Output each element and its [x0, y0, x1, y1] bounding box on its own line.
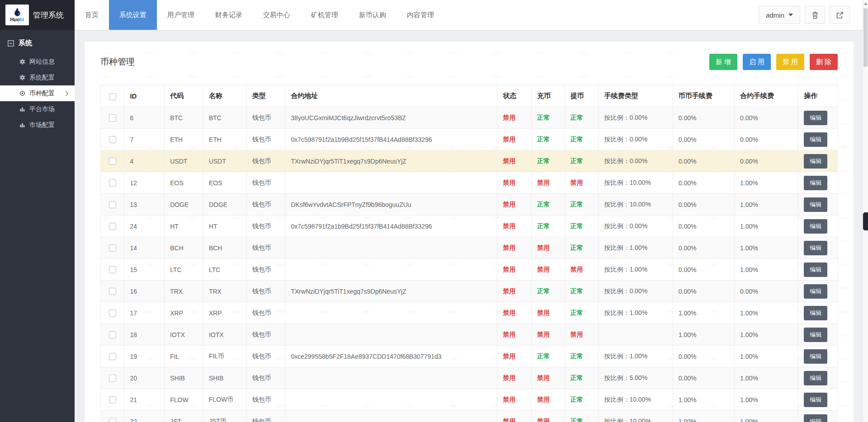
cell-select: [101, 237, 124, 259]
edit-button[interactable]: 编辑: [804, 154, 827, 169]
cell-code: SHIB: [165, 367, 203, 389]
table-row: 20SHIBSHIB钱包币禁用禁用正常按比例：5.00%0.00%1.00%编辑: [101, 367, 838, 389]
scrollbar-thumb[interactable]: [863, 8, 868, 67]
row-checkbox[interactable]: [109, 136, 116, 143]
nav-item-miner-management[interactable]: 矿机管理: [301, 0, 349, 30]
row-checkbox[interactable]: [109, 418, 116, 422]
enable-button[interactable]: 启 用: [743, 54, 771, 70]
edit-button[interactable]: 编辑: [804, 393, 827, 407]
row-checkbox[interactable]: [109, 266, 116, 273]
cell-type: 钱包币: [246, 259, 285, 281]
table-row: 17XRPXRP钱包币禁用禁用正常按比例：1.00%1.00%1.00%编辑: [101, 302, 838, 324]
sidebar-item-platform-market[interactable]: 平台市场: [0, 101, 75, 117]
cell-type: 钱包币: [246, 281, 285, 302]
cell-contract-address: DKsf6wYvdvtACSrFPTnyZf9b96boguuZUu: [285, 194, 497, 216]
cell-coin-fee: 0.00%: [673, 281, 734, 302]
cell-status: 禁用: [497, 237, 532, 259]
col-code: 代码: [165, 85, 203, 107]
topbar-actions: admin: [759, 0, 850, 30]
cell-type: 钱包币: [246, 389, 285, 411]
nav-item-home[interactable]: 首页: [75, 0, 109, 30]
top-navigation: 首页系统设置用户管理财务记录交易中心矿机管理新币认购内容管理: [75, 0, 444, 30]
edit-button[interactable]: 编辑: [804, 111, 827, 125]
cell-select: [101, 194, 124, 216]
sidebar-item-coin-config[interactable]: 币种配置: [0, 85, 75, 101]
logout-button[interactable]: [830, 6, 850, 24]
edit-button[interactable]: 编辑: [804, 241, 827, 255]
cell-actions: 编辑: [798, 389, 838, 411]
cell-contract-fee: 1.00%: [734, 216, 798, 237]
row-checkbox[interactable]: [109, 179, 116, 187]
cell-withdraw: 正常: [565, 389, 599, 411]
row-checkbox[interactable]: [109, 309, 116, 317]
disable-button[interactable]: 禁 用: [776, 54, 804, 70]
nav-item-content-management[interactable]: 内容管理: [396, 0, 444, 30]
edit-button[interactable]: 编辑: [804, 132, 827, 147]
add-button[interactable]: 新 增: [709, 54, 737, 70]
edit-button[interactable]: 编辑: [804, 349, 827, 364]
edit-button[interactable]: 编辑: [804, 219, 827, 234]
row-checkbox[interactable]: [109, 396, 116, 403]
sidebar-group-system[interactable]: 系统: [0, 30, 75, 54]
cell-fee-type: 按比例：1.00%: [599, 346, 673, 367]
cell-fee-type: 按比例：10.00%: [599, 411, 673, 422]
cell-withdraw: 禁用: [565, 172, 599, 194]
row-checkbox[interactable]: [109, 244, 116, 252]
row-checkbox[interactable]: [109, 223, 116, 230]
nav-item-user-management[interactable]: 用户管理: [157, 0, 205, 30]
cell-type: 钱包币: [246, 129, 285, 150]
cell-fee-type: [599, 324, 673, 346]
select-all-checkbox[interactable]: [109, 93, 116, 100]
page-scrollbar[interactable]: [863, 0, 868, 422]
cell-coin-fee: 1.00%: [673, 302, 734, 324]
cell-deposit: 禁用: [532, 172, 565, 194]
row-checkbox[interactable]: [109, 288, 116, 295]
clear-cache-button[interactable]: [805, 6, 825, 24]
row-checkbox[interactable]: [109, 158, 116, 165]
cell-contract-address: [285, 259, 497, 281]
row-checkbox[interactable]: [109, 375, 116, 382]
table-row: 19FILFIL币钱包币0xce299558b5F2F18Ae8937CDD14…: [101, 346, 838, 367]
cell-code: FIL: [165, 346, 203, 367]
nav-item-trade-center[interactable]: 交易中心: [253, 0, 301, 30]
edit-button[interactable]: 编辑: [804, 371, 827, 385]
side-panel-toggle[interactable]: [863, 212, 868, 230]
sidebar-item-site-info[interactable]: 网站信息: [0, 54, 75, 70]
row-checkbox[interactable]: [109, 201, 116, 208]
edit-button[interactable]: 编辑: [804, 284, 827, 299]
cell-withdraw: 禁用: [565, 324, 599, 346]
cell-withdraw: 正常: [565, 216, 599, 237]
cell-id: 24: [124, 216, 165, 237]
nav-item-finance-records[interactable]: 财务记录: [205, 0, 253, 30]
cell-contract-fee: 1.00%: [734, 194, 798, 216]
edit-button[interactable]: 编辑: [804, 176, 827, 190]
row-checkbox[interactable]: [109, 114, 116, 122]
edit-button[interactable]: 编辑: [804, 328, 827, 342]
edit-button[interactable]: 编辑: [804, 197, 827, 212]
row-checkbox[interactable]: [109, 353, 116, 360]
cell-contract-fee: 1.00%: [734, 411, 798, 422]
cell-coin-fee: 0.00%: [673, 259, 734, 281]
sidebar-item-system-config[interactable]: 系统配置: [0, 70, 75, 85]
cell-code: IOTX: [165, 324, 203, 346]
cell-withdraw: 正常: [565, 281, 599, 302]
user-menu-button[interactable]: admin: [759, 6, 800, 24]
cell-coin-fee: 0.00%: [673, 216, 734, 237]
edit-button[interactable]: 编辑: [804, 306, 827, 320]
scroll-up-arrow[interactable]: [864, 2, 868, 5]
cell-actions: 编辑: [798, 129, 838, 150]
cell-withdraw: 正常: [565, 346, 599, 367]
row-checkbox[interactable]: [109, 331, 116, 338]
edit-button[interactable]: 编辑: [804, 414, 827, 422]
edit-button[interactable]: 编辑: [804, 263, 827, 277]
table-row: 7ETHETH钱包币0x7c598791f2a1b9Bd25f15f37fB41…: [101, 129, 838, 150]
cell-contract-fee: 1.00%: [734, 346, 798, 367]
delete-button[interactable]: 删 除: [810, 54, 838, 70]
col-contract-fee: 合约手续费: [734, 85, 798, 107]
cell-code: FLOW: [165, 389, 203, 411]
nav-item-new-coin-subscription[interactable]: 新币认购: [349, 0, 396, 30]
cell-coin-fee: 0.00%: [673, 129, 734, 150]
sidebar-item-market-config[interactable]: 市场配置: [0, 117, 75, 133]
nav-item-system-settings[interactable]: 系统设置: [109, 0, 157, 30]
cell-select: [101, 411, 124, 422]
